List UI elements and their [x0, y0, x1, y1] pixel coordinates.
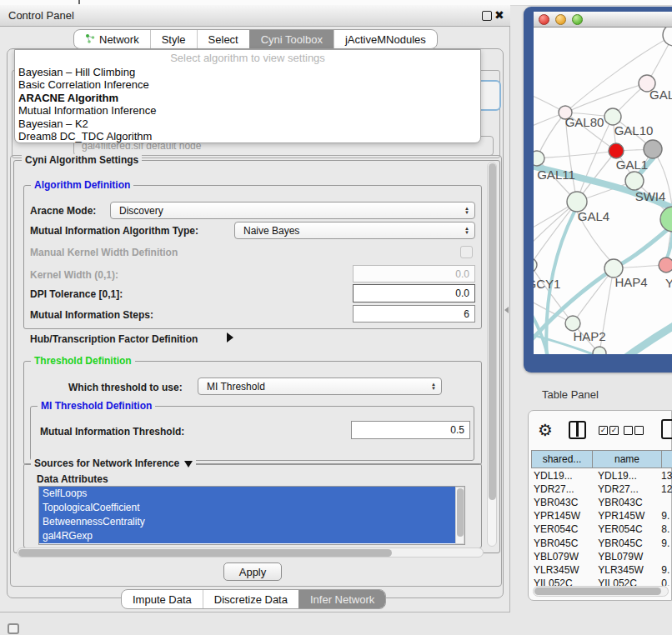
close-icon[interactable]: ✖	[494, 8, 504, 22]
hub-definition-label[interactable]: Hub/Transcription Factor Definition	[30, 333, 198, 345]
checked-checkbox-icon[interactable]: ✓	[599, 426, 608, 435]
algorithm-menu-item-bayesian-k2[interactable]: Bayesian – K2	[15, 118, 480, 130]
table-hscrollbar-thumb[interactable]	[534, 588, 661, 595]
network-node-label: Y	[665, 276, 672, 290]
unchecked-checkbox-icon[interactable]	[634, 426, 644, 435]
network-node-gcy1[interactable]	[534, 258, 537, 272]
table-cell: YDL19...	[590, 470, 658, 482]
tab-label: Cyni Toolbox	[261, 33, 323, 46]
hub-expand-arrow-icon[interactable]	[227, 332, 233, 342]
data-attributes-list[interactable]: SelfLoopsTopologicalCoefficientBetweenne…	[38, 486, 465, 545]
algorithm-definition-title: Algorithm Definition	[31, 179, 133, 191]
network-node-label: GCY1	[534, 277, 560, 291]
kernel-width-input[interactable]: 0.0	[353, 265, 475, 282]
mi-steps-input[interactable]: 6	[353, 305, 475, 322]
stepper-icon: ▲▼	[431, 379, 436, 393]
minimize-traffic-light-icon[interactable]	[555, 14, 566, 25]
which-threshold-select[interactable]: MI Threshold ▲▼	[198, 378, 442, 395]
table-row[interactable]: YLR345WYLR345W9.	[531, 563, 672, 577]
network-highlighted-edges	[534, 158, 672, 354]
network-node-y[interactable]	[659, 258, 672, 272]
tab-cyni-toolbox[interactable]: Cyni Toolbox	[249, 30, 333, 48]
clipped-toolbar-icon[interactable]	[661, 419, 672, 439]
apply-button[interactable]: Apply	[223, 562, 282, 581]
network-node-label: SWI4	[635, 189, 666, 203]
mi-threshold-input[interactable]: 0.5	[351, 421, 470, 439]
table-cell: 8.	[658, 523, 672, 535]
algorithm-menu-item-dream8-dc-tdc-algorithm[interactable]: Dream8 DC_TDC Algorithm	[15, 130, 480, 142]
float-window-icon[interactable]	[482, 11, 492, 21]
network-node-gal11[interactable]	[534, 151, 544, 166]
tab-network[interactable]: Network	[74, 30, 150, 48]
table-cell: YLR345W	[590, 564, 658, 576]
tab-impute-data[interactable]: Impute Data	[122, 590, 203, 608]
network-window-titlebar[interactable]	[534, 12, 672, 28]
tab-style[interactable]: Style	[150, 30, 197, 48]
tab-discretize-data[interactable]: Discretize Data	[203, 590, 298, 608]
algorithm-menu-items: Bayesian – Hill ClimbingBasic Correlatio…	[15, 66, 480, 142]
network-node-gal10[interactable]	[604, 108, 621, 125]
manual-kernel-checkbox[interactable]	[460, 246, 473, 258]
algorithm-menu-placeholder: Select algorithm to view settings	[15, 50, 480, 66]
tab-label: Network	[99, 33, 139, 46]
algorithm-menu-item-mutual-information-inference[interactable]: Mutual Information Inference	[15, 104, 480, 117]
table-row[interactable]: YER054CYER054C8.	[531, 522, 672, 536]
table-cell: 9.	[658, 510, 672, 522]
table-header-name[interactable]: name	[592, 450, 662, 468]
control-panel-titlebar	[0, 5, 510, 27]
algorithm-menu-item-aracne-algorithm[interactable]: ARACNE Algorithm	[15, 92, 480, 104]
panel-divider-grip[interactable]	[504, 307, 509, 313]
table-cell: YBR045C	[531, 538, 590, 549]
network-node-swi4[interactable]	[625, 172, 644, 190]
tab-infer-network[interactable]: Infer Network	[298, 590, 385, 608]
attribute-item-topologicalcoefficient[interactable]: TopologicalCoefficient	[39, 501, 458, 515]
settings-scrollbar-thumb[interactable]	[489, 163, 496, 500]
network-node-label: GAL4	[578, 209, 609, 223]
network-canvas[interactable]: GALGAL80GAL10GAL1GAL11SWI4GAL4HAP4YGCY1H…	[534, 28, 672, 354]
settings-hscrollbar-thumb[interactable]	[18, 549, 392, 557]
zoom-traffic-light-icon[interactable]	[572, 14, 583, 25]
sources-title[interactable]: Sources for Network Inference	[31, 458, 196, 469]
algorithm-menu-item-basic-correlation-inference[interactable]: Basic Correlation Inference	[15, 78, 480, 91]
table-header-shared-name[interactable]: shared...	[531, 450, 593, 468]
network-node[interactable]	[660, 207, 672, 232]
attribute-item-selfloops[interactable]: SelfLoops	[39, 487, 458, 501]
dpi-tolerance-input[interactable]: 0.0	[353, 284, 475, 302]
which-threshold-label: Which threshold to use:	[68, 382, 183, 393]
tab-jactivemnodules[interactable]: jActiveMNodules	[333, 30, 437, 48]
attribute-item-betweennesscentrality[interactable]: BetweennessCentrality	[39, 515, 458, 529]
gear-icon[interactable]: ⚙	[538, 420, 553, 440]
network-node-gal1[interactable]	[609, 143, 624, 158]
tab-select[interactable]: Select	[197, 30, 249, 48]
algorithm-menu-item-bayesian-hill-climbing[interactable]: Bayesian – Hill Climbing	[15, 66, 480, 78]
close-traffic-light-icon[interactable]	[539, 14, 549, 25]
table-header-clipped[interactable]	[661, 450, 672, 468]
attribute-item-gal4rgexp[interactable]: gal4RGexp	[39, 529, 458, 543]
network-node-label: HAP2	[573, 329, 605, 343]
tab-label: Discretize Data	[214, 593, 288, 606]
column-layout-icon[interactable]	[569, 421, 586, 439]
unchecked-checkbox-icon[interactable]	[624, 426, 633, 435]
table-row[interactable]: YDL19...YDL19...13	[531, 469, 672, 482]
table-body[interactable]: YDL19...YDL19...13YDR27...YDR27...12YBR0…	[531, 469, 672, 586]
checked-checkbox-icon[interactable]: ✓	[609, 426, 619, 435]
table-row[interactable]: YBR045CYBR045C9.	[531, 536, 672, 549]
table-row[interactable]: YBR043CYBR043C	[531, 496, 672, 509]
dpi-tolerance-label: DPI Tolerance [0,1]:	[30, 288, 123, 300]
table-cell: YBR043C	[590, 497, 658, 508]
table-row[interactable]: YIL052CYIL052C0.	[531, 577, 672, 586]
network-node[interactable]	[593, 347, 606, 354]
table-cell: 0.	[658, 578, 672, 586]
table-row[interactable]: YDR27...YDR27...12	[531, 482, 672, 496]
table-cell: YDL19...	[531, 470, 590, 482]
aracne-mode-select[interactable]: Discovery ▲▼	[110, 202, 475, 219]
floating-panel-icon[interactable]	[8, 623, 19, 634]
bottom-tabbar: Impute DataDiscretize DataInfer Network	[121, 589, 386, 609]
network-node[interactable]	[644, 140, 662, 158]
attributes-scrollbar-thumb[interactable]	[457, 488, 464, 537]
tab-label: Infer Network	[310, 593, 374, 606]
mi-type-select[interactable]: Naive Bayes ▲▼	[234, 222, 475, 239]
network-node[interactable]	[663, 28, 672, 46]
table-row[interactable]: YPR145WYPR145W9.	[531, 509, 672, 522]
table-row[interactable]: YBL079WYBL079W	[531, 550, 672, 563]
